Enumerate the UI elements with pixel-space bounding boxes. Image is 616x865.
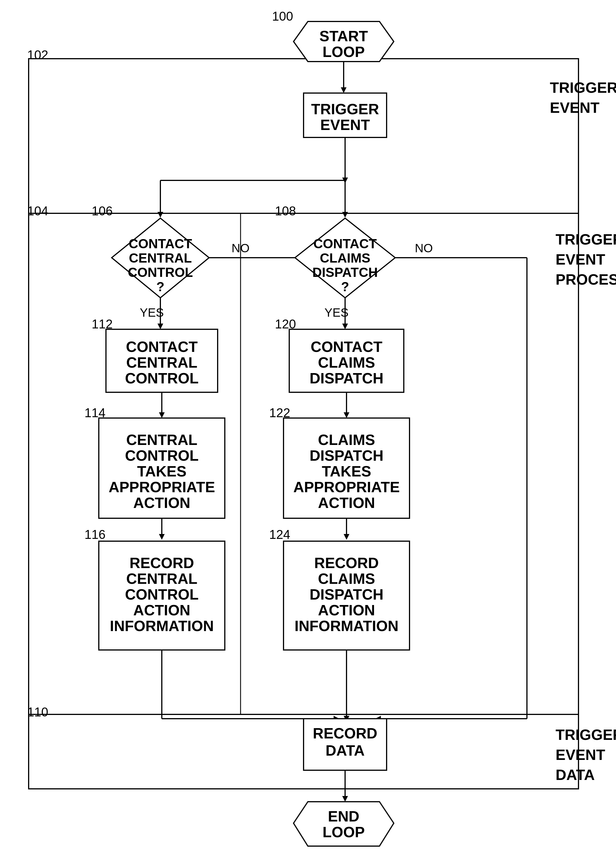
ref-106: 106: [92, 204, 113, 218]
cd-diamond-label2: CLAIMS: [320, 251, 370, 265]
rc-label4: ACTION: [133, 602, 190, 619]
cc-action-label2: CONTROL: [125, 447, 198, 464]
ref-108: 108: [275, 204, 296, 218]
flowchart-container: TRIGGER EVENT TRIGGER EVENT PROCESSING T…: [0, 0, 616, 865]
cd-action-label4: APPROPRIATE: [293, 479, 400, 495]
cc-diamond-label2: CENTRAL: [129, 251, 192, 265]
do-cd-label2: CLAIMS: [318, 354, 375, 371]
rcd-label2: CLAIMS: [318, 570, 375, 587]
cc-action-label1: CENTRAL: [126, 432, 197, 448]
cd-action-label3: TAKES: [322, 463, 371, 480]
do-cc-label1: CONTACT: [126, 338, 198, 355]
ted-label2: EVENT: [556, 746, 605, 763]
start-label2: LOOP: [322, 44, 365, 60]
end-label1: END: [328, 808, 360, 825]
cc-action-label5: ACTION: [133, 495, 190, 511]
start-label1: START: [319, 28, 368, 44]
do-cd-label3: DISPATCH: [310, 370, 383, 386]
tep-label1: TRIGGER: [556, 231, 616, 248]
do-cd-label1: CONTACT: [311, 338, 383, 355]
rcd-label4: ACTION: [318, 602, 375, 619]
yes-label-central: YES: [140, 306, 164, 319]
ref-104: 104: [27, 204, 48, 218]
trigger-event-label1: TRIGGER: [311, 101, 379, 118]
cc-action-label4: APPROPRIATE: [108, 479, 215, 495]
cc-action-label3: TAKES: [137, 463, 187, 480]
end-label2: LOOP: [322, 824, 365, 840]
rc-label5: INFORMATION: [110, 618, 214, 634]
trigger-event-zone-label: TRIGGER: [550, 79, 616, 96]
ref-102: 102: [27, 48, 48, 62]
ted-label3: DATA: [556, 766, 595, 783]
trigger-event-zone-label2: EVENT: [550, 99, 600, 116]
tep-label3: PROCESSING: [556, 271, 616, 288]
ref-116: 116: [85, 527, 105, 542]
cd-action-label1: CLAIMS: [318, 432, 375, 448]
record-data-label2: DATA: [325, 742, 365, 759]
ref-124: 124: [269, 527, 290, 542]
record-data-label1: RECORD: [313, 725, 377, 742]
rcd-label5: INFORMATION: [295, 618, 399, 634]
ted-label1: TRIGGER: [556, 727, 616, 743]
do-cc-label2: CENTRAL: [126, 354, 197, 371]
cd-diamond-label3: DISPATCH: [313, 265, 378, 280]
cc-diamond-label3: CONTROL: [128, 265, 193, 280]
rc-label1: RECORD: [129, 555, 194, 571]
rc-label2: CENTRAL: [126, 570, 197, 587]
cd-action-label5: ACTION: [318, 495, 375, 511]
cd-diamond-label4: ?: [341, 279, 349, 294]
yes-label-claims: YES: [324, 306, 349, 319]
cd-diamond-label1: CONTACT: [313, 236, 377, 251]
cc-diamond-label1: CONTACT: [129, 236, 192, 251]
ref-100: 100: [272, 9, 293, 23]
rcd-label3: DISPATCH: [310, 586, 383, 603]
no-label-central: NO: [232, 242, 250, 255]
do-cc-label3: CONTROL: [125, 370, 198, 386]
trigger-event-label2: EVENT: [320, 116, 370, 133]
rcd-label1: RECORD: [314, 555, 379, 571]
tep-label2: EVENT: [556, 251, 605, 268]
cd-action-label2: DISPATCH: [310, 447, 383, 464]
no-label-claims: NO: [415, 242, 433, 255]
cc-diamond-label4: ?: [156, 279, 164, 294]
ref-110: 110: [27, 705, 48, 719]
rc-label3: CONTROL: [125, 586, 198, 603]
